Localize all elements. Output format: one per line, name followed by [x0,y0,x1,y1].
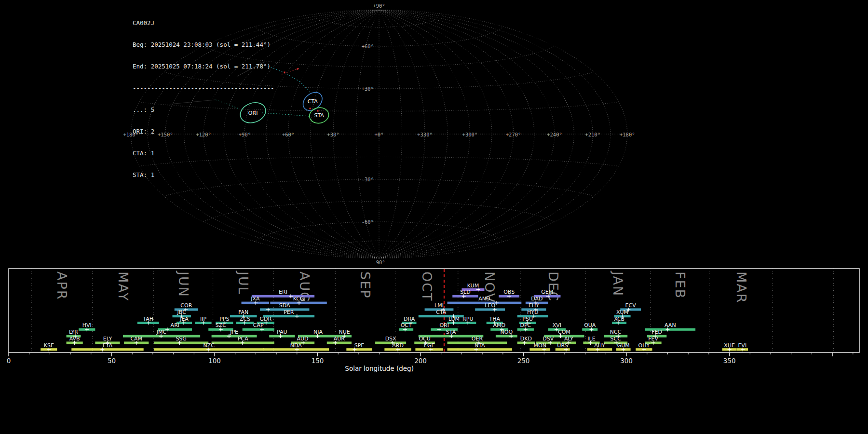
ecliptic-longitude-label: +270° [506,132,521,137]
shower-code-label: SLD [460,289,471,295]
shower-code-label: LYR [69,329,78,335]
shower-code-label: MON [534,342,546,349]
shower-code-label: ARI [171,322,179,328]
shower-code-label: PPS [219,316,229,322]
shower-code-label: RPU [462,316,473,322]
shower-code-label: AVB [69,336,80,342]
shower-code-label: HVI [82,322,92,328]
shower-activity-bar [212,335,257,338]
shower-code-label: SCC [610,336,621,342]
shower-activity-bar [529,348,550,351]
shower-code-label: FED [651,329,662,335]
shower-code-label: OCT [401,322,412,328]
month-label: JUL [236,271,251,295]
ecliptic-longitude-label: +0° [375,132,384,137]
shower-code-label: EHY [529,302,539,309]
shower-code-label: STA [446,329,456,335]
shower-code-label: ZCS [240,316,250,322]
shower-code-label: CAM [130,336,142,342]
shower-code-label: GEM [541,289,553,295]
shower-code-label: DAD [531,296,542,302]
shower-code-label: NTA [475,342,485,349]
shower-code-label: ELY [103,336,112,342]
ecliptic-latitude-label: -30° [362,176,374,182]
shower-code-label: ORI [439,322,449,328]
shower-code-label: PER [284,309,294,315]
count-unclassified: ...: 5 [133,106,274,113]
month-label: OCT [420,271,434,302]
shower-code-label: GUM [617,342,630,349]
shower-code-label: JBC [177,309,187,315]
shower-code-label: NDA [290,342,302,349]
separator-line: --------------------------------------- [133,84,274,92]
x-axis-tick-label: 50 [108,357,116,365]
shower-code-label: DRA [404,316,415,322]
shower-code-label: ALY [564,336,573,342]
shower-code-label: EGE [424,342,434,349]
shower-code-label: ILE [587,336,595,342]
shower-code-label: NCC [610,329,622,335]
x-axis-tick-label: 150 [312,357,324,365]
shower-code-label: LUM [448,316,460,322]
x-axis-tick-label: 300 [620,357,633,365]
shower-code-label: DPC [520,322,531,328]
shower-code-label: SDA [279,302,290,309]
shower-code-label: JPE [230,329,238,335]
shower-code-label: ERI [279,289,287,295]
station-id: CA002J [133,19,274,27]
month-label: JUN [176,271,191,298]
x-axis-title: Solar longitude (deg) [345,365,414,372]
x-axis-tick-label: 350 [723,357,736,365]
shower-code-label: EVI [738,342,746,349]
shower-activity-bar [252,295,314,298]
shower-activity-bar [475,308,505,311]
count-ori: ORI: 2 [133,128,274,135]
shower-code-label: XVI [553,322,561,328]
count-sta: STA: 1 [133,171,274,178]
ecliptic-latitude-label: +60° [362,43,374,49]
shower-code-label: THA [489,316,501,322]
shower-code-label: AHY [594,342,605,349]
shower-code-label: KUM [467,283,479,289]
shower-code-label: COR [180,302,192,309]
x-axis-tick-label: 100 [208,357,221,365]
shower-code-label: TAH [142,316,153,322]
shower-code-label: SPE [354,342,365,349]
x-axis-tick-label: 250 [517,357,530,365]
shower-code-label: DSV [542,336,554,342]
shower-code-label: OER [472,336,483,342]
begin-time-line: Beg: 20251024 23:08:03 (sol = 211.44°) [133,41,274,48]
shower-code-label: ECV [625,302,637,309]
shower-code-label: ARD [392,342,404,349]
activity-timeline-chart: APRMAYJUNJULAUGSEPOCTNOVDECJANFEBMARKUME… [0,268,868,434]
shower-code-label: NOO [501,329,513,335]
shower-activity-bar [448,348,513,351]
shower-code-label: GDR [259,316,271,322]
shower-code-label: DSX [385,336,396,342]
ecliptic-longitude-label: +180° [620,132,635,137]
shower-code-label: CAP [253,322,264,328]
shower-code-label: CTA [436,309,447,315]
shower-activity-bar [587,348,612,351]
month-label: APR [54,271,69,300]
x-axis-tick-label: 0 [7,357,11,365]
shower-code-label: FAN [238,309,248,315]
shower-code-label: XCB [614,316,624,322]
ecliptic-longitude-label: +30° [327,132,339,137]
radiant-label-cta: CTA [308,98,318,105]
end-time-line: End: 20251025 07:18:24 (sol = 211.78°) [133,63,274,70]
shower-code-label: SSG [176,336,187,342]
shower-code-label: NIA [313,329,323,335]
meteor-point [310,108,311,109]
shower-code-label: OHY [638,342,650,349]
shower-code-label: OCU [419,336,430,342]
shower-code-label: AUR [334,336,345,342]
shower-code-label: AMO [493,322,506,328]
month-label: SEP [358,271,373,298]
ecliptic-longitude-label: +60° [282,132,294,137]
meteor-radiant-screen: ORICTASTA+180°+150°+120°+90°+60°+30°+0°+… [0,0,868,434]
shower-code-label: JXA [250,296,260,302]
shower-code-label: OBS [503,289,515,295]
shower-code-label: PCA [238,336,248,342]
shower-activity-bar [496,335,517,338]
